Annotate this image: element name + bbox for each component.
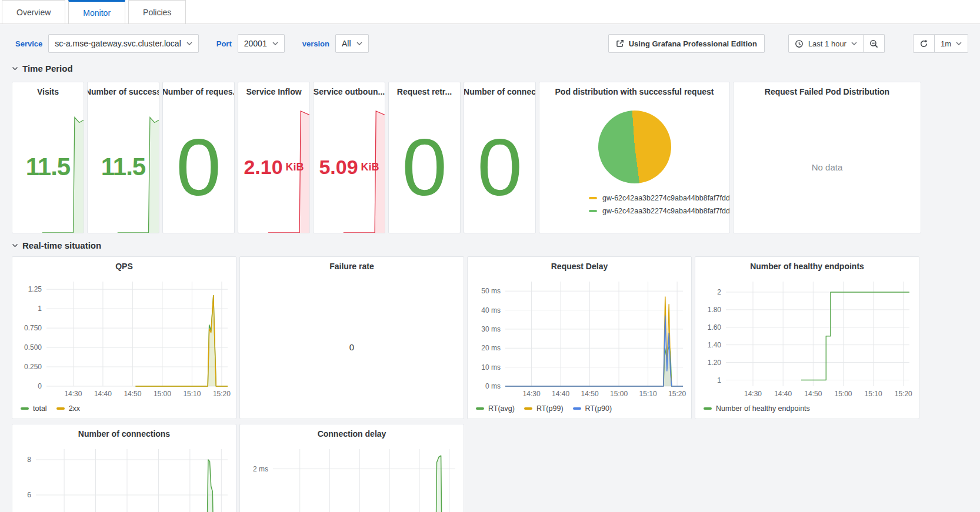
time-range-label: Last 1 hour <box>808 39 846 48</box>
panel-title[interactable]: Number of healthy endpoints <box>695 257 919 276</box>
svg-text:0.750: 0.750 <box>24 324 42 332</box>
svg-text:15:10: 15:10 <box>639 390 657 398</box>
tab-monitor[interactable]: Monitor <box>68 0 125 24</box>
port-filter: Port 20001 <box>213 34 285 53</box>
legend-item[interactable]: total <box>21 404 47 413</box>
legend-swatch <box>524 407 532 410</box>
panel-title[interactable]: Connection delay <box>240 424 464 443</box>
panel-title[interactable]: Request retr... <box>389 82 460 101</box>
version-select[interactable]: All <box>335 34 369 53</box>
svg-text:1.40: 1.40 <box>708 341 722 349</box>
panel-title[interactable]: Number of success <box>88 82 159 101</box>
panel-title[interactable]: Service outboun... <box>314 82 385 101</box>
svg-text:0 ms: 0 ms <box>485 382 501 390</box>
legend-swatch <box>21 407 29 410</box>
legend-item[interactable]: RT(p90) <box>573 404 612 413</box>
zoom-out-icon <box>869 39 878 48</box>
svg-text:15:10: 15:10 <box>183 390 201 398</box>
legend-item[interactable]: 2xx <box>56 404 80 413</box>
panel-title[interactable]: Number of connections <box>12 424 236 443</box>
panel-title[interactable]: QPS <box>12 257 236 276</box>
svg-text:10 ms: 10 ms <box>481 363 501 372</box>
tab-overview[interactable]: Overview <box>2 0 65 24</box>
chevron-down-icon <box>186 42 192 45</box>
bottom-row: Number of connections 14:3014:4014:5015:… <box>12 424 980 512</box>
time-picker-group: Last 1 hour <box>788 34 885 53</box>
stat-panel-requests: Number of reques. 0 <box>162 82 235 233</box>
panel-title[interactable]: Number of connec <box>464 82 535 101</box>
chevron-down-icon <box>272 42 278 45</box>
refresh-icon <box>919 39 928 48</box>
panel-qps: QPS 14:3014:4014:5015:0015:1015:2000.250… <box>12 256 236 419</box>
section-realtime-label: Real-time situation <box>22 240 101 250</box>
svg-text:14:50: 14:50 <box>581 390 599 398</box>
svg-text:15:00: 15:00 <box>610 390 628 398</box>
section-realtime[interactable]: Real-time situation <box>12 240 968 250</box>
panel-title[interactable]: Visits <box>12 82 84 101</box>
panel-failure-rate: Failure rate 0 <box>239 256 464 419</box>
tab-policies[interactable]: Policies <box>128 0 186 24</box>
svg-text:2 ms: 2 ms <box>253 465 268 473</box>
legend-item[interactable]: Number of healthy endpoints <box>704 404 810 413</box>
stat-number: 0 <box>477 121 522 214</box>
stat-value: 0 <box>389 101 460 233</box>
service-select[interactable]: sc-a.mse-gateway.svc.cluster.local <box>48 34 198 53</box>
grafana-edition-button[interactable]: Using Grafana Professional Edition <box>608 34 765 53</box>
port-filter-label: Port <box>213 39 238 48</box>
legend-item[interactable]: RT(avg) <box>476 404 515 413</box>
time-range-picker[interactable]: Last 1 hour <box>788 34 864 53</box>
stat-panel-retries: Request retr... 0 <box>388 82 461 233</box>
tab-policies-label: Policies <box>143 8 171 17</box>
pie-legend-item[interactable]: gw-62c42aa3b2274c9aba44bb8faf7fddff-envo… <box>589 192 729 205</box>
stat-number: 11.5 <box>101 153 145 181</box>
panel-healthy-endpoints: Number of healthy endpoints 14:3014:4014… <box>695 256 919 419</box>
svg-text:14:40: 14:40 <box>94 390 112 398</box>
pie-panel-pod-distribution: Pod distribution with successful request… <box>539 82 730 233</box>
stat-number: 0 <box>176 121 221 214</box>
svg-text:30 ms: 30 ms <box>481 325 501 333</box>
pie-chart <box>598 111 671 183</box>
panel-title[interactable]: Service Inflow <box>238 82 309 101</box>
svg-text:8: 8 <box>27 456 31 464</box>
panel-title[interactable]: Failure rate <box>240 257 464 276</box>
stat-unit: KiB <box>286 161 304 173</box>
stat-panel-visits: Visits 11.5 <box>12 82 84 233</box>
stat-row: Visits 11.5 Number of success 11.5 Numbe… <box>12 82 980 233</box>
dashboard-toolbar: Service sc-a.mse-gateway.svc.cluster.loc… <box>12 34 968 53</box>
stat-value: 11.5 <box>12 101 84 233</box>
connection-delay-chart: 14:3014:4014:5015:0015:1015:200 ms1 ms2 … <box>240 443 464 512</box>
svg-text:1.25: 1.25 <box>28 285 42 293</box>
panel-title[interactable]: Pod distribution with successful request <box>539 82 729 101</box>
svg-text:14:40: 14:40 <box>774 390 792 398</box>
svg-text:40 ms: 40 ms <box>481 306 501 314</box>
svg-text:1.80: 1.80 <box>708 306 722 314</box>
panel-connection-delay: Connection delay 14:3014:4014:5015:0015:… <box>239 424 464 512</box>
panel-title[interactable]: Number of reques. <box>163 82 234 101</box>
legend-label: total <box>33 404 47 413</box>
refresh-group: 1m <box>913 34 968 53</box>
refresh-button[interactable] <box>913 34 935 53</box>
svg-text:50 ms: 50 ms <box>481 287 501 295</box>
panel-title[interactable]: Request Delay <box>468 257 691 276</box>
stat-panel-connections: Number of connec 0 <box>464 82 536 233</box>
legend-label: Number of healthy endpoints <box>716 404 810 413</box>
pie-legend-item[interactable]: gw-62c42aa3b2274c9aba44bb8faf7fddff-envo… <box>589 205 729 217</box>
qps-chart: 14:3014:4014:5015:0015:1015:2000.2500.50… <box>12 276 236 401</box>
svg-text:15:00: 15:00 <box>834 390 852 398</box>
chart-legend: RT(avg)RT(p99)RT(p90) <box>468 401 691 416</box>
refresh-interval-select[interactable]: 1m <box>935 34 968 53</box>
stat-number: 5.09 <box>319 156 358 179</box>
port-select[interactable]: 20001 <box>238 34 285 53</box>
caret-down-icon <box>956 42 962 45</box>
panel-title[interactable]: Request Failed Pod Distribution <box>734 82 921 101</box>
chart-legend: total2xx <box>12 401 236 416</box>
tab-monitor-label: Monitor <box>83 8 111 18</box>
legend-swatch <box>589 197 597 199</box>
zoom-out-button[interactable] <box>864 34 885 53</box>
svg-text:1.20: 1.20 <box>708 359 722 367</box>
stat-value: 0 <box>464 101 535 233</box>
legend-item[interactable]: RT(p99) <box>524 404 564 413</box>
section-time-period[interactable]: Time Period <box>12 63 968 73</box>
svg-text:15:20: 15:20 <box>213 390 231 398</box>
request-delay-chart: 14:3014:4014:5015:0015:1015:200 ms10 ms2… <box>468 276 691 401</box>
